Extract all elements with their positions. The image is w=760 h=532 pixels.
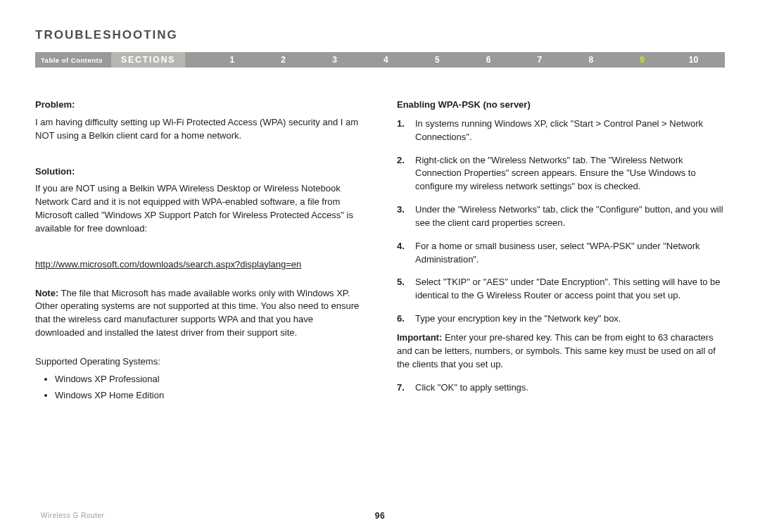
step-item: 2.Right-click on the "Wireless Networks"…: [397, 154, 725, 194]
important-paragraph: Important: Enter your pre-shared key. Th…: [397, 331, 725, 372]
supported-os-list: Windows XP ProfessionalWindows XP Home E…: [35, 373, 363, 403]
important-text: Enter your pre-shared key. This can be f…: [397, 332, 716, 369]
section-link-2[interactable]: 2: [258, 55, 309, 65]
problem-text: I am having difficulty setting up Wi-Fi …: [35, 116, 363, 143]
sections-numbers: 12345678910: [185, 55, 725, 65]
section-link-6[interactable]: 6: [463, 55, 514, 65]
step-text: Right-click on the "Wireless Networks" t…: [415, 154, 725, 194]
step-text: In systems running Windows XP, click "St…: [415, 118, 725, 144]
step-number: 7.: [397, 381, 415, 395]
step-item: 6.Type your encryption key in the "Netwo…: [397, 312, 725, 326]
step-text: For a home or small business user, selec…: [415, 240, 725, 267]
left-column: Problem: I am having difficulty setting …: [35, 99, 363, 405]
section-link-9[interactable]: 9: [616, 55, 668, 65]
section-link-10[interactable]: 10: [668, 55, 719, 65]
step-number: 2.: [397, 154, 415, 194]
section-link-4[interactable]: 4: [360, 55, 412, 65]
solution-heading: Solution:: [35, 165, 363, 179]
section-link-8[interactable]: 8: [565, 55, 616, 65]
step-item: 1.In systems running Windows XP, click "…: [397, 118, 725, 144]
supported-os-heading: Supported Operating Systems:: [35, 355, 363, 369]
step-7: 7. Click "OK" to apply settings.: [397, 381, 725, 395]
step-item: 4.For a home or small business user, sel…: [397, 240, 725, 267]
step-text: Select "TKIP" or "AES" under "Date Encry…: [415, 276, 725, 303]
sections-label: SECTIONS: [111, 52, 185, 68]
sections-navbar: Table of Contents SECTIONS 12345678910: [35, 52, 725, 68]
step-text: Click "OK" to apply settings.: [415, 381, 725, 395]
section-link-3[interactable]: 3: [309, 55, 360, 65]
toc-link[interactable]: Table of Contents: [35, 56, 111, 64]
step-number: 5.: [397, 276, 415, 303]
list-item: Windows XP Professional: [55, 373, 363, 386]
right-column: Enabling WPA-PSK (no server) 1.In system…: [397, 99, 725, 405]
problem-heading: Problem:: [35, 99, 363, 112]
list-item: Windows XP Home Edition: [55, 389, 363, 403]
page-title: TROUBLESHOOTING: [35, 28, 725, 42]
download-link[interactable]: http://www.microsoft.com/downloads/searc…: [35, 258, 301, 272]
step-text: Under the "Wireless Networks" tab, click…: [415, 203, 725, 230]
product-name: Wireless G Router: [41, 512, 104, 519]
page-number: 96: [375, 511, 385, 521]
step-number: 1.: [397, 118, 415, 144]
section-link-5[interactable]: 5: [412, 55, 463, 65]
step-number: 4.: [397, 240, 415, 267]
section-link-1[interactable]: 1: [206, 55, 258, 65]
enabling-heading: Enabling WPA-PSK (no server): [397, 99, 725, 112]
step-number: 3.: [397, 203, 415, 230]
steps-list: 1.In systems running Windows XP, click "…: [397, 118, 725, 326]
step-item: 3.Under the "Wireless Networks" tab, cli…: [397, 203, 725, 230]
solution-text: If you are NOT using a Belkin WPA Wirele…: [35, 182, 363, 235]
section-link-7[interactable]: 7: [514, 55, 566, 65]
step-item: 5.Select "TKIP" or "AES" under "Date Enc…: [397, 276, 725, 303]
page-footer: Wireless G Router 96: [41, 512, 719, 519]
note-paragraph: Note: The file that Microsoft has made a…: [35, 287, 363, 340]
important-label: Important:: [397, 332, 442, 343]
step-text: Type your encryption key in the "Network…: [415, 312, 725, 326]
note-text: The file that Microsoft has made availab…: [35, 288, 359, 338]
step-number: 6.: [397, 312, 415, 326]
note-label: Note:: [35, 288, 58, 298]
